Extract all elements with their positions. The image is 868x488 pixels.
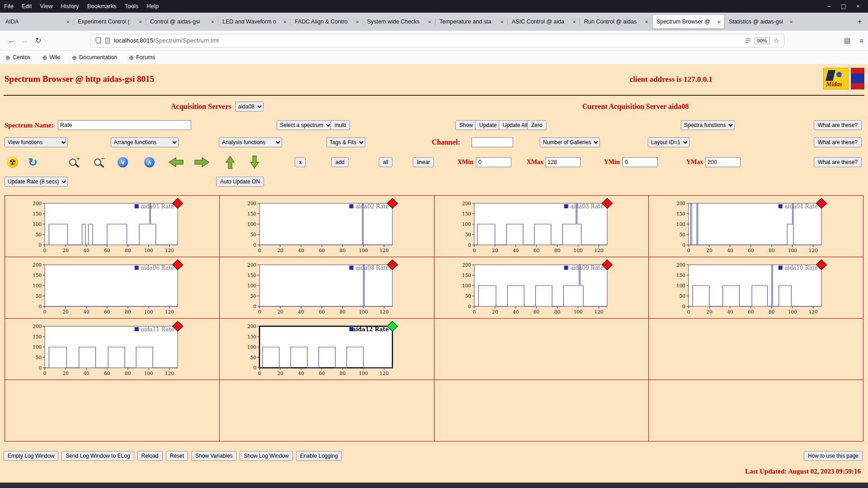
reader-view-icon[interactable] (745, 38, 751, 43)
tab-close-icon[interactable]: × (717, 19, 721, 25)
view-functions-dropdown[interactable]: View functions (5, 137, 68, 147)
add-button[interactable]: add (331, 157, 349, 167)
menu-file[interactable]: File (0, 0, 18, 13)
tab-temperature-and-sta[interactable]: Temperature and sta× (436, 15, 507, 28)
tab-control-aidas-gsi[interactable]: Control @ aidas-gsi× (146, 15, 218, 28)
tab-fadc-align-contro[interactable]: FADC Align & Contro× (291, 15, 363, 28)
menu-history[interactable]: History (57, 0, 83, 13)
refresh-icon[interactable]: ↻ (28, 157, 38, 168)
tab-close-icon[interactable]: × (211, 19, 214, 25)
tab-close-icon[interactable]: × (645, 19, 648, 25)
update-rate-dropdown[interactable]: Update Rate (8 secs) (5, 177, 68, 187)
maximize-button[interactable]: ▢ (836, 0, 851, 13)
expand-y-icon[interactable]: ∧ (144, 157, 155, 168)
bookmark-forums[interactable]: ⊕Forums (129, 54, 155, 61)
midas-logo[interactable]: Midas (823, 68, 849, 89)
zero-button[interactable]: Zero (527, 120, 547, 130)
url-bar[interactable]: localhost:8015/Spectrum/Spectrum.tml 90%… (90, 34, 784, 47)
bookmark-wiki[interactable]: ⊕Wiki (42, 54, 61, 61)
send-log-window-to-elog-button[interactable]: Send Log Window to ELog (61, 451, 134, 461)
spectrum-chart-aida01[interactable]: 050100150200020406080100120aida01 Rate (23, 197, 186, 257)
arrow-right-icon[interactable] (194, 157, 210, 167)
radiation-icon[interactable]: ☢ (7, 157, 18, 168)
multi-button[interactable]: multi (330, 120, 350, 130)
tags-fits-dropdown[interactable]: Tags & Fits (326, 137, 365, 147)
number-of-galleries-dropdown[interactable]: Number of Galleries (540, 137, 600, 147)
enable-logging-button[interactable]: Enable Logging (296, 451, 342, 461)
arrow-left-icon[interactable] (168, 157, 184, 167)
back-button[interactable]: ← (5, 34, 18, 47)
spectrum-name-input[interactable] (58, 120, 191, 130)
analysis-functions-dropdown[interactable]: Analysis functions (219, 137, 282, 147)
close-button[interactable]: × (851, 0, 865, 13)
zoom-out-icon[interactable]: − (93, 156, 105, 168)
all-button[interactable]: all (379, 157, 392, 167)
collapse-y-icon[interactable]: ∨ (118, 157, 128, 168)
tab-statistics-aidas-gsi[interactable]: Statistics @ aidas-gsi× (725, 15, 797, 28)
xmax-input[interactable] (545, 157, 580, 167)
linear-button[interactable]: linear (413, 157, 434, 167)
select-spectrum-dropdown[interactable]: Select a spectrum (277, 120, 332, 130)
ymax-input[interactable] (705, 157, 741, 167)
bookmark-documentation[interactable]: ⊕Documentation (72, 54, 117, 61)
tab-experiment-control[interactable]: Experiment Control (× (74, 15, 146, 28)
tab-asic-control-aida[interactable]: ASIC Control @ aida× (508, 15, 580, 28)
bookmark-star-icon[interactable]: ☆ (774, 37, 779, 45)
zoom-in-icon[interactable]: + (68, 156, 80, 168)
spectrum-chart-aida03[interactable]: 050100150200020406080100120aida03 Rate (453, 197, 615, 257)
spectrum-chart-aida11[interactable]: 050100150200020406080100120aida11 Rate (23, 320, 186, 380)
arrow-up-icon[interactable] (223, 156, 237, 168)
secondary-logo[interactable] (851, 68, 864, 89)
what-are-these-button-2[interactable]: What are these? (814, 137, 862, 147)
page-info-icon[interactable] (105, 38, 110, 44)
arrange-functions-dropdown[interactable]: Arrange functions (111, 137, 179, 147)
menu-tools[interactable]: Tools (121, 0, 142, 13)
zoom-level-badge[interactable]: 90% (755, 37, 770, 44)
menu-help[interactable]: Help (142, 0, 163, 13)
tab-close-icon[interactable]: × (355, 19, 359, 25)
tab-close-icon[interactable]: × (500, 19, 504, 25)
show-log-window-button[interactable]: Show Log Window (240, 451, 292, 461)
spectrum-chart-aida04[interactable]: 050100150200020406080100120aida04 Rate (667, 197, 830, 257)
what-are-these-button-3[interactable]: What are these? (814, 157, 862, 167)
menu-view[interactable]: View (36, 0, 57, 13)
how-to-use-button[interactable]: How to use this page (804, 451, 863, 461)
reload-button[interactable]: ↻ (32, 34, 45, 47)
tab-spectrum-browser[interactable]: Spectrum Browser @× (653, 15, 724, 28)
spectra-functions-dropdown[interactable]: Spectra functions (681, 120, 735, 130)
spectrum-chart-aida10[interactable]: 050100150200020406080100120aida10 Rate (667, 258, 830, 318)
tab-close-icon[interactable]: × (572, 19, 576, 25)
library-icon[interactable]: ▤ (844, 37, 850, 45)
empty-log-window-button[interactable]: Empty Log Window (4, 451, 58, 461)
auto-update-button[interactable]: Auto Update ON (216, 177, 264, 187)
update-all-button[interactable]: Update All (499, 120, 532, 130)
menu-edit[interactable]: Edit (18, 0, 36, 13)
update-button[interactable]: Update (475, 120, 501, 130)
tab-close-icon[interactable]: × (66, 19, 70, 25)
spectrum-chart-aida06[interactable]: 050100150200020406080100120aida06 Rate (23, 258, 186, 318)
reset-button[interactable]: Reset (166, 451, 188, 461)
tab-close-icon[interactable]: × (789, 19, 793, 25)
spectrum-chart-aida09[interactable]: 050100150200020406080100120aida09 Rate (453, 258, 615, 318)
layout-id-dropdown[interactable]: Layout ID=1 (648, 137, 689, 147)
tab-close-icon[interactable]: × (138, 19, 142, 25)
reload-button[interactable]: Reload (137, 451, 163, 461)
show-button[interactable]: Show (455, 120, 477, 130)
tab-system-wide-checks[interactable]: System wide Checks× (363, 15, 435, 28)
tab-run-control-aidas[interactable]: Run Control @ aidas× (580, 15, 652, 28)
acquisition-server-select[interactable]: aida08 (235, 102, 264, 112)
minimize-button[interactable]: – (822, 0, 836, 13)
what-are-these-button-1[interactable]: What are these? (814, 120, 862, 130)
arrow-down-icon[interactable] (248, 156, 261, 168)
show-variables-button[interactable]: Show Variables (191, 451, 237, 461)
spectrum-chart-aida08[interactable]: 050100150200020406080100120aida08 Rate (238, 258, 401, 318)
spectrum-chart-aida12[interactable]: 050100150200020406080100120aida12 Rate (238, 320, 401, 380)
tab-aida[interactable]: AIDA× (2, 15, 73, 28)
ymin-input[interactable] (623, 157, 658, 167)
menu-bookmarks[interactable]: Bookmarks (83, 0, 121, 13)
forward-button[interactable]: → (18, 34, 32, 47)
tab-close-icon[interactable]: × (428, 19, 431, 25)
bookmark-centos[interactable]: ⊕Centos (5, 54, 31, 61)
x-button[interactable]: x (295, 157, 306, 167)
channel-input[interactable] (472, 137, 513, 147)
